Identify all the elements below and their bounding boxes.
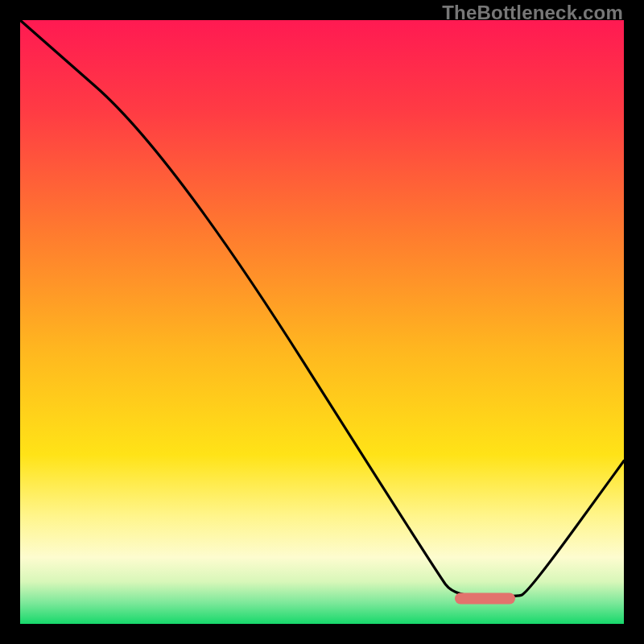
optimal-range-marker <box>455 593 515 605</box>
bottleneck-chart <box>20 20 624 624</box>
gradient-background <box>20 20 624 624</box>
